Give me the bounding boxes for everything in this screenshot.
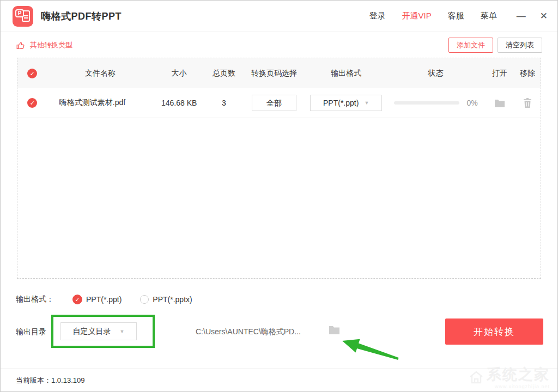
row-check-icon[interactable]: ✓: [27, 98, 37, 108]
thumb-up-icon: [16, 40, 26, 50]
header-status: 状态: [387, 69, 484, 78]
output-format-label: 输出格式：: [16, 295, 54, 304]
close-button[interactable]: ✕: [540, 11, 548, 21]
radio-ppt[interactable]: ✓ PPT(*.ppt): [72, 295, 122, 304]
output-dir-mode: 自定义目录: [73, 327, 111, 336]
header-total-pages: 总页数: [205, 69, 243, 78]
watermark: 系统之家 www.xitongzhijia.net: [468, 367, 550, 389]
toolbar-buttons: 添加文件 清空列表: [448, 38, 542, 53]
file-size: 146.68 KB: [153, 99, 205, 107]
menu-link[interactable]: 菜单: [481, 11, 497, 21]
table-row: ✓ 嗨格式测试素材.pdf 146.68 KB 3 全部 PPT(*.ppt) …: [17, 88, 541, 118]
file-list-panel: ✓ 文件名称 大小 总页数 转换页码选择 输出格式 状态 打开 移除 ✓ 嗨格式…: [17, 58, 541, 279]
app-title: 嗨格式PDF转PPT: [41, 10, 122, 23]
titlebar: P 嗨格式PDF转PPT 登录 开通VIP 客服 菜单 — ✕: [1, 1, 557, 32]
radio-pptx[interactable]: PPT(*.pptx): [140, 295, 192, 304]
watermark-text: 系统之家: [487, 366, 550, 383]
clear-list-button[interactable]: 清空列表: [498, 38, 542, 53]
output-format-row: 输出格式： ✓ PPT(*.ppt) PPT(*.pptx): [16, 295, 192, 304]
watermark-house-icon: [468, 370, 484, 384]
trash-icon[interactable]: [523, 98, 532, 108]
radio-unselected-icon: [140, 295, 149, 304]
toolbar: 其他转换类型 添加文件 清空列表: [1, 32, 557, 58]
page-range-button[interactable]: 全部: [252, 95, 296, 111]
output-dir-label: 输出目录: [16, 327, 46, 337]
window-controls: — ✕: [517, 11, 548, 21]
support-link[interactable]: 客服: [448, 11, 464, 21]
file-name: 嗨格式测试素材.pdf: [47, 98, 153, 108]
watermark-url: www.xitongzhijia.net: [468, 384, 550, 389]
app-logo-icon: P: [13, 6, 33, 27]
radio-selected-icon: ✓: [72, 295, 82, 304]
output-dir-dropdown[interactable]: 自定义目录 ▼: [60, 322, 137, 340]
header-page-range: 转换页码选择: [243, 69, 306, 78]
open-folder-icon[interactable]: [494, 99, 505, 108]
file-pages: 3: [205, 99, 243, 107]
chevron-down-icon: ▼: [364, 100, 369, 106]
row-select-cell[interactable]: ✓: [17, 98, 47, 108]
header-output-format: 输出格式: [305, 69, 387, 78]
login-link[interactable]: 登录: [369, 11, 386, 21]
progress-bar: [394, 101, 459, 105]
chevron-down-icon: ▼: [120, 329, 125, 334]
row-format-value: PPT(*.ppt): [323, 99, 359, 107]
add-file-button[interactable]: 添加文件: [448, 38, 493, 53]
minimize-button[interactable]: —: [517, 11, 526, 21]
logo-p-badge: P: [15, 9, 24, 17]
start-convert-button[interactable]: 开始转换: [445, 318, 543, 345]
progress-percent: 0%: [467, 99, 478, 107]
header-remove: 移除: [514, 69, 541, 78]
browse-folder-icon[interactable]: [329, 325, 340, 335]
version-text: 当前版本：1.0.13.109: [16, 376, 84, 385]
header-size: 大小: [153, 69, 205, 78]
radio-pptx-label: PPT(*.pptx): [153, 295, 192, 304]
header-file-name: 文件名称: [47, 69, 153, 78]
other-types-label: 其他转换类型: [30, 40, 72, 50]
status-cell: 0%: [387, 99, 484, 107]
titlebar-menu: 登录 开通VIP 客服 菜单: [369, 11, 497, 21]
other-conversion-types-link[interactable]: 其他转换类型: [16, 40, 72, 50]
footer: 当前版本：1.0.13.109 系统之家 www.xitongzhijia.ne…: [1, 369, 557, 391]
radio-ppt-label: PPT(*.ppt): [86, 295, 122, 304]
header-open: 打开: [484, 69, 514, 78]
table-header-row: ✓ 文件名称 大小 总页数 转换页码选择 输出格式 状态 打开 移除: [17, 58, 541, 88]
row-format-dropdown[interactable]: PPT(*.ppt) ▼: [310, 95, 382, 111]
header-select-all[interactable]: ✓: [17, 69, 47, 78]
select-all-check-icon[interactable]: ✓: [27, 69, 37, 78]
app-window: P 嗨格式PDF转PPT 登录 开通VIP 客服 菜单 — ✕ 其他转换类型 添…: [0, 0, 558, 392]
output-dir-path: C:\Users\AUNTEC\嗨格式PD...: [196, 327, 301, 337]
vip-link[interactable]: 开通VIP: [402, 11, 432, 21]
